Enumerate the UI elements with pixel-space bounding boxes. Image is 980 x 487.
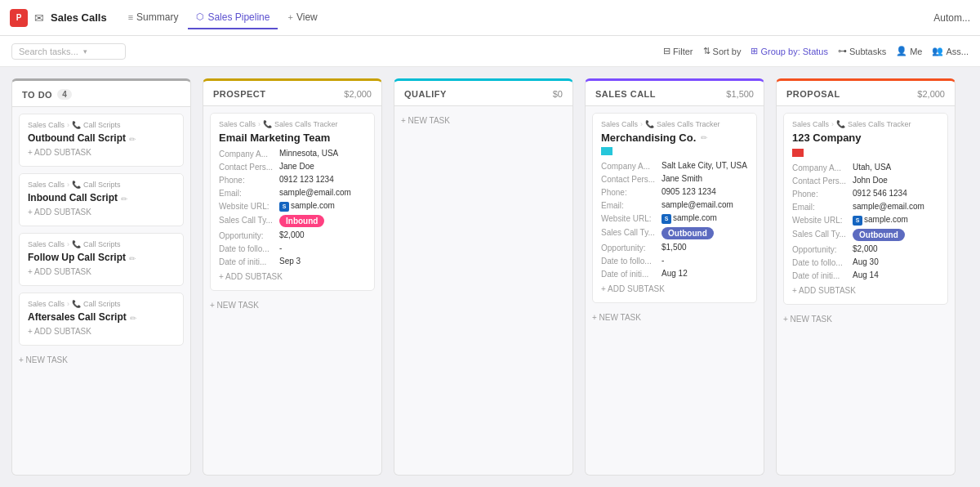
detail-row: Phone: 0912 546 1234 bbox=[792, 189, 939, 199]
new-task-salescall[interactable]: + NEW TASK bbox=[592, 310, 757, 325]
group-by-button[interactable]: ⊞ Group by: Status bbox=[751, 46, 828, 56]
nav-sales-pipeline[interactable]: ⬡ Sales Pipeline bbox=[188, 7, 278, 29]
detail-row: Company A... Utah, USA bbox=[792, 163, 939, 172]
sort-label: Sort by bbox=[713, 47, 742, 56]
sort-button[interactable]: ⇅ Sort by bbox=[703, 46, 742, 56]
cards-container-todo: Sales Calls › 📞 Call Scripts Outbound Ca… bbox=[11, 107, 191, 476]
column-todo: TO DO 4 Sales Calls › 📞 Call Scripts Out… bbox=[11, 78, 191, 476]
detail-row: Contact Pers... Jane Doe bbox=[219, 162, 366, 172]
card-breadcrumb: Sales Calls › 📞 Call Scripts bbox=[28, 300, 175, 308]
app-title: Sales Calls bbox=[51, 11, 107, 24]
cards-container-qualify: + NEW TASK bbox=[394, 106, 573, 476]
detail-row: Date of initi... Aug 14 bbox=[792, 270, 939, 280]
assign-button[interactable]: 👥 Ass... bbox=[932, 46, 969, 56]
detail-row: Contact Pers... John Doe bbox=[792, 176, 939, 185]
new-task-qualify-inline[interactable]: + NEW TASK bbox=[401, 113, 566, 128]
card-title: Follow Up Call Script bbox=[28, 252, 126, 263]
card-breadcrumb: Sales Calls › 📞 Call Scripts bbox=[28, 240, 175, 248]
search-box[interactable]: Search tasks... ▾ bbox=[11, 43, 126, 60]
card-breadcrumb: Sales Calls › 📞 Sales Calls Tracker bbox=[219, 120, 366, 128]
column-proposal: PROPOSAL $2,000 Sales Calls › 📞 Sales Ca… bbox=[776, 78, 956, 476]
detail-row: Date to follo... Aug 30 bbox=[792, 257, 939, 267]
assign-label: Ass... bbox=[946, 47, 969, 56]
cards-container-proposal: Sales Calls › 📞 Sales Calls Tracker 123 … bbox=[776, 106, 956, 476]
column-badge-todo: 4 bbox=[57, 89, 72, 100]
add-subtask-button[interactable]: + ADD SUBTASK bbox=[601, 282, 748, 296]
detail-row: Sales Call Ty... Outbound bbox=[792, 229, 939, 241]
add-subtask-button[interactable]: + ADD SUBTASK bbox=[28, 145, 175, 159]
column-title-prospect: PROSPECT bbox=[213, 89, 266, 99]
cards-container-prospect: Sales Calls › 📞 Sales Calls Tracker Emai… bbox=[203, 106, 382, 476]
column-amount-proposal: $2,000 bbox=[917, 89, 945, 99]
detail-row: Email: sample@email.com bbox=[219, 188, 366, 198]
card-title-proposal: 123 Company bbox=[792, 132, 939, 144]
chevron-down-icon: ▾ bbox=[83, 47, 87, 56]
new-task-prospect[interactable]: + NEW TASK bbox=[210, 297, 375, 313]
label-company: Company A... bbox=[219, 149, 276, 159]
subtasks-button[interactable]: ⊶ Subtasks bbox=[838, 46, 886, 56]
detail-row: Date of initi... Sep 3 bbox=[219, 257, 366, 266]
detail-row: Email: sample@email.com bbox=[792, 202, 939, 212]
new-task-todo[interactable]: + NEW TASK bbox=[19, 352, 184, 368]
badge-inbound: Inbound bbox=[279, 215, 324, 227]
summary-icon: ≡ bbox=[128, 12, 133, 22]
card-title-salescall: Merchandising Co. bbox=[601, 132, 696, 144]
detail-row: Website URL: Ssample.com bbox=[792, 215, 939, 226]
label-opportunity: Opportunity: bbox=[219, 230, 276, 240]
call-scripts-icon: 📞 bbox=[72, 240, 81, 248]
sort-icon: ⇅ bbox=[703, 46, 710, 56]
nav-view[interactable]: + View bbox=[279, 7, 325, 29]
automate-label: Autom... bbox=[933, 12, 970, 24]
detail-row: Company A... Minnesota, USA bbox=[219, 149, 366, 159]
value-phone: 0912 123 1234 bbox=[279, 175, 334, 184]
detail-row: Company A... Salt Lake City, UT, USA bbox=[601, 161, 748, 171]
cards-container-salescall: Sales Calls › 📞 Sales Calls Tracker Merc… bbox=[585, 106, 764, 476]
value-website: Ssample.com bbox=[279, 201, 335, 212]
column-salescall: SALES CALL $1,500 Sales Calls › 📞 Sales … bbox=[585, 78, 764, 476]
board: TO DO 4 Sales Calls › 📞 Call Scripts Out… bbox=[0, 67, 980, 487]
column-amount-salescall: $1,500 bbox=[726, 89, 754, 99]
detail-row: Date to follo... - bbox=[601, 256, 748, 266]
detail-row: Contact Pers... Jane Smith bbox=[601, 174, 748, 184]
card-title: Aftersales Call Script bbox=[28, 311, 127, 323]
add-subtask-button[interactable]: + ADD SUBTASK bbox=[792, 284, 939, 297]
me-button[interactable]: 👤 Me bbox=[896, 46, 922, 56]
card-inbound: Sales Calls › 📞 Call Scripts Inbound Cal… bbox=[19, 173, 184, 226]
person-icon: 👤 bbox=[896, 46, 907, 56]
add-subtask-button[interactable]: + ADD SUBTASK bbox=[219, 270, 366, 284]
column-amount-qualify: $0 bbox=[553, 89, 563, 99]
card-aftersales: Sales Calls › 📞 Call Scripts Aftersales … bbox=[19, 293, 184, 346]
value-followup: - bbox=[279, 244, 282, 252]
add-subtask-button[interactable]: + ADD SUBTASK bbox=[28, 265, 175, 279]
detail-row: Website URL: Ssample.com bbox=[601, 213, 748, 224]
detail-row: Phone: 0912 123 1234 bbox=[219, 175, 366, 185]
call-scripts-icon: 📞 bbox=[72, 121, 81, 129]
group-by-label: Group by: Status bbox=[760, 47, 828, 56]
add-subtask-button[interactable]: + ADD SUBTASK bbox=[28, 324, 175, 338]
value-opportunity: $2,000 bbox=[279, 230, 305, 239]
call-scripts-icon: 📞 bbox=[72, 300, 81, 308]
detail-row: Phone: 0905 123 1234 bbox=[601, 187, 748, 197]
value-contact: Jane Doe bbox=[279, 162, 314, 171]
call-scripts-icon: 📞 bbox=[72, 181, 81, 189]
badge-outbound: Outbound bbox=[853, 229, 905, 241]
me-label: Me bbox=[910, 47, 922, 56]
filter-button[interactable]: ⊟ Filter bbox=[663, 46, 693, 56]
new-task-proposal[interactable]: + NEW TASK bbox=[783, 311, 948, 327]
column-qualify: QUALIFY $0 + NEW TASK bbox=[394, 78, 573, 476]
label-contact: Contact Pers... bbox=[219, 162, 276, 172]
label-initdate: Date of initi... bbox=[219, 257, 276, 266]
detail-row: Opportunity: $2,000 bbox=[792, 244, 939, 254]
website-s-icon: S bbox=[662, 214, 671, 224]
label-phone: Phone: bbox=[219, 175, 276, 185]
website-s-icon: S bbox=[853, 216, 862, 226]
card-followup: Sales Calls › 📞 Call Scripts Follow Up C… bbox=[19, 233, 184, 286]
detail-row: Date of initi... Aug 12 bbox=[601, 269, 748, 279]
pipeline-icon: ⬡ bbox=[196, 11, 204, 22]
detail-row: Sales Call Ty... Inbound bbox=[219, 215, 366, 227]
plus-icon: + bbox=[287, 12, 292, 22]
flag-red-icon bbox=[792, 149, 804, 157]
add-subtask-button[interactable]: + ADD SUBTASK bbox=[28, 205, 175, 219]
card-title-prospect: Email Marketing Team bbox=[219, 132, 366, 144]
nav-summary[interactable]: ≡ Summary bbox=[120, 7, 187, 29]
